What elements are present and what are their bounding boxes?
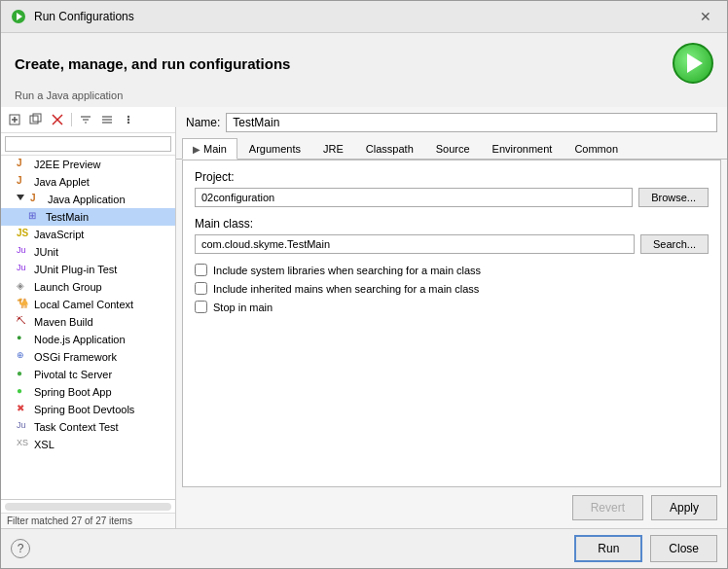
checkbox-include-system: Include system libraries when searching … <box>195 264 709 276</box>
sidebar-item-nodejs[interactable]: ● Node.js Application <box>1 331 175 348</box>
junit-plugin-icon: Ju <box>17 263 30 276</box>
include-inherited-checkbox[interactable] <box>195 282 207 295</box>
collapse-button[interactable] <box>97 110 117 129</box>
junit-icon: Ju <box>17 245 30 259</box>
tab-arguments[interactable]: Arguments <box>238 138 311 159</box>
sidebar-list: J J2EE Preview J Java Applet J Java Appl… <box>1 156 175 499</box>
sidebar-item-label-xsl: XSL <box>34 439 55 450</box>
run-configurations-dialog: Run Configurations ✕ Create, manage, and… <box>0 0 728 569</box>
main-content: J J2EE Preview J Java Applet J Java Appl… <box>1 107 727 528</box>
filter-button[interactable] <box>76 110 95 129</box>
sidebar-scrollbar-area <box>1 499 175 513</box>
header-title: Create, manage, and run configurations <box>15 55 290 72</box>
run-icon-big[interactable] <box>673 43 713 84</box>
sidebar-item-javascript[interactable]: JS JavaScript <box>1 226 175 243</box>
delete-button[interactable] <box>48 110 67 129</box>
header-section: Create, manage, and run configurations <box>1 33 727 89</box>
pivotal-icon: ● <box>17 368 30 381</box>
sidebar-item-testmain[interactable]: ⊞ TestMain <box>1 208 175 226</box>
spring-devtools-icon: ✖ <box>17 403 30 416</box>
sidebar-item-pivotal[interactable]: ● Pivotal tc Server <box>1 366 175 383</box>
sidebar-scrollbar[interactable] <box>5 503 171 511</box>
new-config-button[interactable] <box>5 110 24 129</box>
help-button[interactable]: ? <box>11 539 30 558</box>
apply-button[interactable]: Apply <box>651 495 717 520</box>
sidebar-item-task-context[interactable]: Ju Task Context Test <box>1 418 175 436</box>
duplicate-button[interactable] <box>26 110 46 129</box>
form-area: Project: Browse... Main class: Search... <box>182 160 721 487</box>
sidebar-item-local-camel[interactable]: 🐪 Local Camel Context <box>1 296 175 313</box>
tab-source[interactable]: Source <box>425 138 481 159</box>
browse-button[interactable]: Browse... <box>638 188 709 207</box>
project-input[interactable] <box>195 188 633 207</box>
title-bar-left: Run Configurations <box>11 9 134 24</box>
osgi-icon: ⊕ <box>17 350 30 364</box>
sidebar-item-label-launch-group: Launch Group <box>34 281 102 293</box>
main-tab-icon: ▶ <box>193 144 200 155</box>
search-button[interactable]: Search... <box>640 234 709 254</box>
tab-environment[interactable]: Environment <box>482 138 564 159</box>
sidebar-item-osgi[interactable]: ⊕ OSGi Framework <box>1 348 175 366</box>
sidebar-item-label-maven: Maven Build <box>34 316 93 328</box>
expand-icon <box>17 195 24 204</box>
footer-bar: ? Run Close <box>1 528 727 568</box>
camel-icon: 🐪 <box>17 298 30 311</box>
node-icon: ● <box>17 333 30 346</box>
sidebar-item-label-js: JavaScript <box>34 229 84 240</box>
spring-boot-icon: ● <box>17 385 30 399</box>
testmain-icon: ⊞ <box>28 210 42 224</box>
sidebar-item-label-testmain: TestMain <box>46 211 89 223</box>
tabs-bar: ▶ Main Arguments JRE Classpath Source En… <box>176 138 727 160</box>
main-class-input[interactable] <box>195 234 635 254</box>
tab-jre[interactable]: JRE <box>312 138 354 159</box>
revert-button[interactable]: Revert <box>572 495 643 520</box>
svg-point-17 <box>127 122 129 124</box>
tab-classpath[interactable]: Classpath <box>355 138 424 159</box>
checkbox-stop-in-main: Stop in main <box>195 301 709 313</box>
project-row: Browse... <box>195 188 709 207</box>
include-system-checkbox[interactable] <box>195 264 207 276</box>
footer-right: Run Close <box>574 535 717 562</box>
sidebar-item-label-junit-plugin: JUnit Plug-in Test <box>34 264 117 275</box>
stop-in-main-label: Stop in main <box>213 302 273 313</box>
tab-common[interactable]: Common <box>564 138 629 159</box>
include-system-label: Include system libraries when searching … <box>213 265 481 276</box>
main-class-row: Search... <box>195 234 709 254</box>
project-group: Project: Browse... <box>195 170 709 207</box>
stop-in-main-checkbox[interactable] <box>195 301 207 313</box>
sidebar-item-maven[interactable]: ⛏ Maven Build <box>1 313 175 331</box>
svg-rect-5 <box>30 116 38 124</box>
sidebar-item-label-nodejs: Node.js Application <box>34 334 126 345</box>
sidebar-item-label-pivotal: Pivotal tc Server <box>34 369 112 380</box>
sidebar-item-xsl[interactable]: XS XSL <box>1 436 175 453</box>
j2ee-icon: J <box>17 158 30 171</box>
sidebar-item-launch-group[interactable]: ◈ Launch Group <box>1 278 175 296</box>
sidebar-search-input[interactable] <box>5 136 171 152</box>
java-applet-icon: J <box>17 175 30 189</box>
header-text-group: Create, manage, and run configurations <box>15 55 290 72</box>
sidebar-item-junit-plugin[interactable]: Ju JUnit Plug-in Test <box>1 261 175 278</box>
sidebar-item-label-osgi: OSGi Framework <box>34 351 117 363</box>
sidebar-item-label-spring-devtools: Spring Boot Devtools <box>34 404 134 415</box>
task-icon: Ju <box>17 420 30 434</box>
sidebar-item-label-camel: Local Camel Context <box>34 299 133 310</box>
close-button[interactable]: ✕ <box>694 7 717 26</box>
subtitle: Run a Java application <box>1 89 727 107</box>
sidebar-item-spring-boot[interactable]: ● Spring Boot App <box>1 383 175 401</box>
sidebar-item-spring-devtools[interactable]: ✖ Spring Boot Devtools <box>1 401 175 418</box>
sidebar-item-java-application[interactable]: J Java Application <box>1 191 175 208</box>
sidebar-footer: Filter matched 27 of 27 items <box>1 513 175 528</box>
footer-close-button[interactable]: Close <box>650 535 717 562</box>
menu-button[interactable] <box>119 110 138 129</box>
sidebar-item-j2ee[interactable]: J J2EE Preview <box>1 156 175 173</box>
window-title: Run Configurations <box>34 10 134 23</box>
sidebar-item-label-spring-boot: Spring Boot App <box>34 386 112 398</box>
tab-main[interactable]: ▶ Main <box>182 138 237 160</box>
sidebar-item-java-applet[interactable]: J Java Applet <box>1 173 175 191</box>
name-input[interactable] <box>226 113 717 132</box>
main-class-group: Main class: Search... <box>195 217 709 254</box>
svg-rect-6 <box>33 114 41 122</box>
sidebar-item-junit[interactable]: Ju JUnit <box>1 243 175 261</box>
run-button[interactable]: Run <box>574 535 642 562</box>
name-label: Name: <box>186 116 220 129</box>
